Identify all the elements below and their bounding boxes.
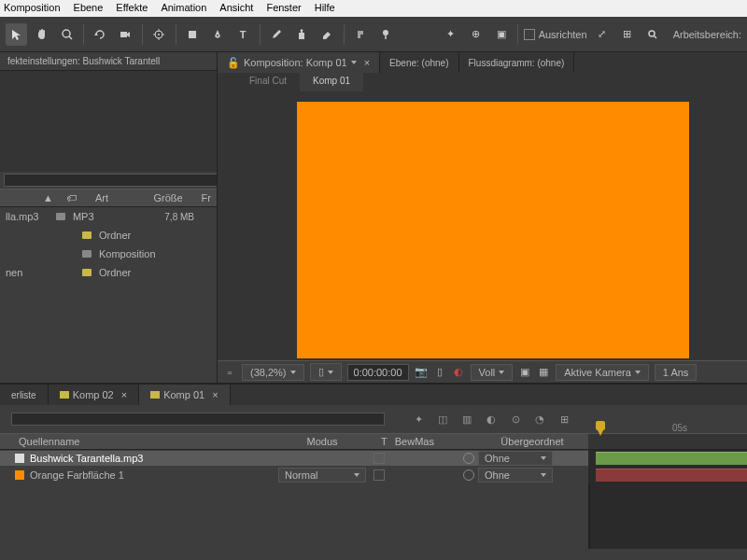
preserve-transparency-switch[interactable] [374,453,385,464]
pickwhip-icon[interactable] [463,453,474,464]
zoom-tool[interactable] [56,23,78,46]
left-panel: fekteinstellungen: Bushwick Tarantell ▲ … [0,52,217,383]
pin-tool[interactable] [375,23,397,46]
col-art[interactable]: Art [95,192,108,203]
audio-layer-icon [15,454,24,463]
layer-bar[interactable] [596,469,747,482]
canvas-area[interactable] [218,91,747,360]
camera-tool[interactable] [115,23,136,46]
timecode-display[interactable]: 0:00:00:00 [347,364,409,381]
item-type: Komposition [99,248,211,259]
project-row[interactable]: lla.mp3 MP3 7,8 MB [0,207,217,226]
graph-editor-icon[interactable]: ⊞ [557,412,571,427]
project-row[interactable]: Komposition [0,245,217,263]
menu-komposition[interactable]: Komposition [4,2,61,15]
effects-panel-tab[interactable]: fekteinstellungen: Bushwick Tarantell [0,52,217,71]
roi-icon[interactable]: ▣ [518,366,531,379]
subtab-finalcut[interactable]: Final Cut [236,73,300,91]
viewer-tabs: 🔓 Komposition: Komp 01 × Ebene: (ohne) F… [218,52,747,73]
transparency-grid-icon[interactable]: ▦ [537,366,550,379]
parent-dropdown[interactable]: Ohne [478,468,553,483]
timeline-tab-komp02[interactable]: Komp 02× [49,385,139,405]
motion-blur-icon[interactable]: ◐ [484,412,499,427]
col-groesse[interactable]: Größe [153,192,182,203]
col-fr[interactable]: Fr [202,192,211,203]
composition-canvas[interactable] [297,102,689,358]
brush-tool[interactable] [266,23,288,46]
col-parent[interactable]: Übergeordnet [476,434,588,449]
roto-tool[interactable] [350,23,372,46]
views-dropdown[interactable]: 1 Ans [655,364,698,381]
item-size: 7,8 MB [164,212,194,222]
camera-dropdown[interactable]: Aktive Kamera [556,364,649,381]
layer-row[interactable]: Orange Farbfläche 1 Normal Ohne [0,467,747,483]
close-icon[interactable]: × [212,389,218,400]
menu-ebene[interactable]: Ebene [74,2,104,15]
resolution-dropdown[interactable]: ▯ [310,363,342,381]
selection-tool[interactable] [6,23,27,46]
pickwhip-icon[interactable] [463,469,474,481]
search-icon[interactable] [641,23,664,46]
frame-blend-icon[interactable]: ▥ [459,412,474,427]
svg-rect-9 [189,31,196,38]
parent-dropdown[interactable]: Ohne [478,451,553,466]
layer-track[interactable] [588,467,747,483]
zoom-dropdown[interactable]: (38,2%) [242,364,304,381]
local-axis-icon[interactable]: ✦ [440,23,461,46]
menu-ansicht[interactable]: Ansicht [219,2,253,15]
subtab-komp01[interactable]: Komp 01 [300,73,363,91]
brainstorm-icon[interactable]: ⊙ [508,412,523,427]
draft3d-icon[interactable]: ◫ [435,412,450,427]
world-axis-icon[interactable]: ⊕ [465,23,486,46]
project-row[interactable]: nen Ordner [0,263,217,282]
rotation-tool[interactable] [90,23,111,46]
timeline-toolbar: ✦ ◫ ▥ ◐ ⊙ ◔ ⊞ 05s [0,405,747,433]
menu-fenster[interactable]: Fenster [266,2,301,15]
project-row[interactable]: Ordner [0,226,217,245]
close-icon[interactable]: × [364,57,370,68]
menu-hilfe[interactable]: Hilfe [315,2,335,15]
item-name: lla.mp3 [6,211,38,222]
layer-bar[interactable] [596,452,747,465]
anchor-tool[interactable] [148,23,170,46]
ausrichten-checkbox[interactable] [524,29,535,40]
mode-dropdown[interactable]: Normal [278,468,366,483]
snap-icon[interactable]: ⤢ [591,23,613,46]
view-axis-icon[interactable]: ▣ [490,23,512,46]
viewer-tab-flowchart[interactable]: Flussdiagramm: (ohne) [459,52,575,73]
tab-label: Komposition: Komp 01 [244,57,347,68]
text-tool[interactable]: T [233,23,254,46]
project-header[interactable]: ▲ 🏷 Art Größe Fr [0,189,217,207]
snap-grid-icon[interactable]: ⊞ [616,23,638,46]
always-preview-icon[interactable]: ▫ [223,366,236,379]
col-modus[interactable]: Modus [271,434,374,449]
preserve-transparency-switch[interactable] [374,469,385,481]
hand-tool[interactable] [31,23,52,46]
layer-search[interactable] [11,413,385,426]
quality-dropdown[interactable]: Voll [471,364,514,381]
rect-tool[interactable] [182,23,204,46]
timeline-tab-komp01[interactable]: Komp 01× [139,385,230,405]
menu-animation[interactable]: Animation [161,2,206,15]
layer-track[interactable] [588,450,747,467]
comp-mini-flow-icon[interactable]: ✦ [411,412,426,427]
eraser-tool[interactable] [317,23,338,46]
timeline-tab-render[interactable]: erliste [0,385,49,405]
clone-tool[interactable] [291,23,313,46]
dropdown-icon[interactable] [351,61,357,64]
viewer-tab-composition[interactable]: 🔓 Komposition: Komp 01 × [218,52,380,73]
pen-tool[interactable] [207,23,229,46]
snapshot-icon[interactable]: 📷 [415,366,428,379]
svg-rect-12 [299,33,304,39]
viewer-tab-layer[interactable]: Ebene: (ohne) [380,52,458,73]
col-switches[interactable]: TBewMas [374,434,476,449]
menu-effekte[interactable]: Effekte [116,2,148,15]
playhead[interactable] [594,421,607,438]
channel-icon[interactable]: ◐ [452,366,465,379]
autokey-icon[interactable]: ◔ [532,412,547,427]
col-quellenname[interactable]: Quellenname [0,434,271,449]
toolbar: T ✦ ⊕ ▣ Ausrichten ⤢ ⊞ Arbeitsbereich: [0,17,747,52]
close-icon[interactable]: × [121,389,127,400]
layer-row[interactable]: Bushwick Tarantella.mp3 Ohne [0,450,747,467]
show-snapshot-icon[interactable]: ▯ [433,366,446,379]
